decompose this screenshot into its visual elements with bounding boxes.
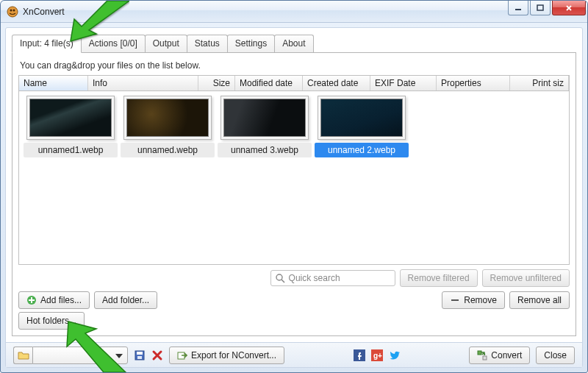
col-name-label: Name (24, 78, 47, 88)
tab-input-label: Input: 4 file(s) (20, 38, 74, 49)
remove-button[interactable]: Remove (442, 291, 505, 309)
minimize-button[interactable] (508, 1, 528, 15)
delete-preset-button[interactable] (151, 349, 163, 361)
tab-actions[interactable]: Actions [0/0] (81, 35, 146, 53)
svg-point-0 (7, 7, 18, 17)
thumbnail-image (126, 99, 209, 137)
tab-settings[interactable]: Settings (227, 35, 275, 53)
googleplus-icon[interactable]: g+ (371, 349, 383, 361)
open-preset-button[interactable] (13, 347, 32, 364)
minus-icon (450, 295, 460, 305)
tab-status[interactable]: Status (187, 35, 228, 53)
remove-filtered-label: Remove filtered (408, 273, 470, 283)
window-buttons (506, 1, 586, 15)
quick-search-input[interactable]: Quick search (270, 270, 395, 286)
window-title: XnConvert (23, 7, 506, 17)
close-window-button[interactable] (552, 1, 586, 15)
app-window: XnConvert Input: 4 file(s) Actions [0/0]… (0, 0, 588, 373)
remove-unfiltered-label: Remove unfiltered (490, 273, 562, 283)
close-icon (564, 4, 573, 12)
facebook-icon[interactable] (354, 349, 365, 361)
file-list[interactable]: unnamed1.webp unnamed.webp unnamed 3.web… (18, 91, 570, 265)
thumbnail (26, 96, 115, 140)
file-item[interactable]: unnamed1.webp (24, 96, 118, 157)
tab-panel-input: You can drag&drop your files on the list… (12, 52, 576, 336)
app-icon (7, 6, 18, 18)
svg-line-6 (282, 280, 284, 283)
folder-open-icon (18, 349, 29, 361)
add-remove-row: Add files... Add folder... Remove Remove… (18, 291, 570, 309)
remove-label: Remove (464, 295, 497, 305)
close-button[interactable]: Close (536, 347, 575, 364)
tab-about-label: About (282, 38, 305, 49)
remove-unfiltered-button[interactable]: Remove unfiltered (482, 269, 570, 287)
save-preset-button[interactable] (134, 349, 146, 361)
remove-all-button[interactable]: Remove all (509, 291, 570, 309)
tab-output[interactable]: Output (145, 35, 187, 53)
remove-filtered-button[interactable]: Remove filtered (400, 269, 478, 287)
tab-input[interactable]: Input: 4 file(s) (12, 35, 82, 53)
file-label: unnamed 2.webp (315, 143, 409, 157)
remove-all-label: Remove all (517, 295, 562, 305)
hot-folders-row: Hot folders... (18, 312, 570, 330)
preset-dropdown[interactable] (32, 347, 128, 364)
twitter-icon[interactable] (389, 349, 401, 361)
svg-rect-3 (515, 9, 521, 10)
search-icon (276, 274, 285, 283)
add-folder-label: Add folder... (102, 295, 149, 305)
svg-rect-8 (451, 299, 459, 301)
col-properties[interactable]: Properties (437, 76, 510, 90)
search-row: Quick search Remove filtered Remove unfi… (18, 269, 570, 287)
col-mdate-label: Modified date (240, 78, 293, 88)
thumbnail-image (320, 99, 403, 137)
col-size[interactable]: Size (198, 76, 235, 90)
svg-text:g+: g+ (373, 352, 382, 360)
col-created[interactable]: Created date (303, 76, 370, 90)
svg-rect-11 (137, 356, 142, 359)
add-files-label: Add files... (40, 295, 82, 305)
thumbnail (220, 96, 309, 140)
svg-point-5 (276, 274, 282, 280)
thumbnail-image (29, 99, 112, 137)
close-label: Close (544, 350, 567, 360)
tabs-row: Input: 4 file(s) Actions [0/0] Output St… (6, 28, 582, 52)
convert-label: Convert (491, 350, 522, 360)
col-print-label: Print siz (532, 78, 564, 88)
col-size-label: Size (213, 78, 230, 88)
col-exif[interactable]: EXIF Date (370, 76, 437, 90)
plus-icon (26, 295, 37, 305)
col-exif-label: EXIF Date (375, 78, 415, 88)
thumbnail-image (223, 99, 306, 137)
col-modified[interactable]: Modified date (235, 76, 303, 90)
maximize-button[interactable] (530, 1, 551, 15)
list-header[interactable]: Name Info Size Modified date Created dat… (18, 75, 570, 91)
file-item[interactable]: unnamed 3.webp (218, 96, 312, 157)
thumbnail-row: unnamed1.webp unnamed.webp unnamed 3.web… (19, 91, 569, 159)
col-prop-label: Properties (441, 78, 481, 88)
svg-rect-16 (478, 351, 481, 355)
thumbnail (318, 96, 406, 140)
export-nconvert-button[interactable]: Export for NConvert... (169, 347, 284, 364)
svg-point-1 (10, 9, 12, 11)
svg-point-2 (13, 9, 15, 11)
titlebar[interactable]: XnConvert (1, 1, 587, 23)
file-item[interactable]: unnamed.webp (121, 96, 215, 157)
convert-button[interactable]: Convert (469, 347, 530, 364)
file-item[interactable]: unnamed 2.webp (315, 96, 409, 157)
hot-folders-button[interactable]: Hot folders... (18, 312, 85, 330)
col-cdate-label: Created date (307, 78, 358, 88)
add-folder-button[interactable]: Add folder... (94, 291, 157, 309)
add-files-button[interactable]: Add files... (18, 291, 90, 309)
file-label: unnamed 3.webp (218, 143, 312, 157)
col-printsize[interactable]: Print siz (510, 76, 569, 90)
file-label: unnamed1.webp (24, 143, 118, 157)
tab-about[interactable]: About (274, 35, 313, 53)
thumbnail (123, 96, 212, 140)
search-placeholder: Quick search (289, 273, 340, 283)
tab-settings-label: Settings (235, 38, 267, 49)
preset-combo (13, 347, 128, 364)
col-info[interactable]: Info (88, 76, 198, 90)
col-name[interactable]: Name (19, 76, 88, 90)
drag-hint: You can drag&drop your files on the list… (20, 60, 570, 71)
export-label: Export for NConvert... (191, 350, 276, 360)
